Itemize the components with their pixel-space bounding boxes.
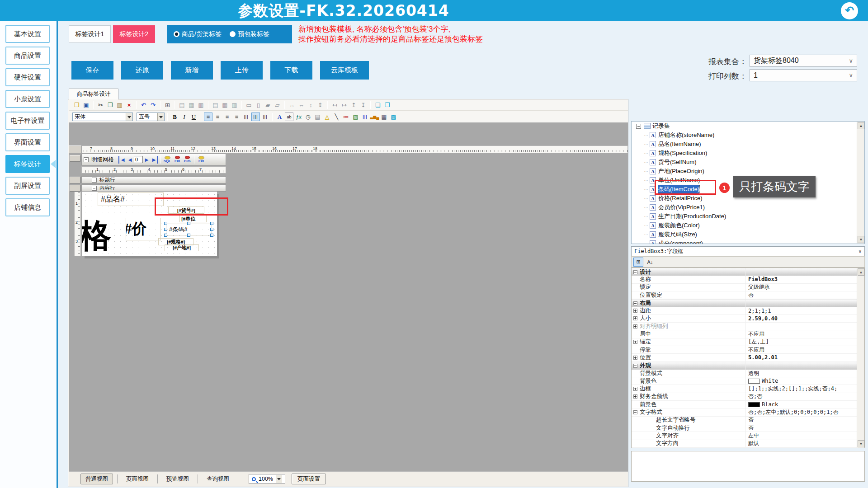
chevron-down-icon[interactable] [276,475,282,483]
selection-handle[interactable] [187,234,190,237]
align-center-icon[interactable]: ▦ [187,101,196,109]
property-row-lock[interactable]: 锁定父级继承 [632,284,864,291]
property-category-design[interactable]: 设计 [632,268,864,276]
image-icon[interactable]: ▧ [351,113,360,121]
space-horizontal-icon[interactable]: ↔ [288,101,296,109]
property-category-appearance[interactable]: 外观 [632,362,864,370]
text-align-justify-icon[interactable]: ≡ [232,113,241,121]
expand-icon[interactable] [633,324,637,328]
view-tab-page[interactable]: 页面视图 [122,474,153,484]
text-align-center-icon[interactable]: ≡ [213,113,222,121]
selection-handle[interactable] [164,234,167,237]
same-height-icon[interactable]: ▯ [254,101,263,109]
vertical-text-center-icon[interactable]: ||| [251,113,260,121]
print-cols-select[interactable]: 1 ∨ [750,69,857,81]
selection-handle[interactable] [210,234,213,237]
property-row-ellipsis[interactable]: 超长文字省略号否 [632,417,864,424]
expand-icon[interactable] [633,387,637,391]
tab-product-label-design[interactable]: 商品标签设计 [69,89,118,99]
property-scrollbar[interactable]: ▲ ▼ [857,268,864,448]
property-row-bg-mode[interactable]: 背景模式透明 [632,370,864,377]
space-vertical-inc-icon[interactable]: ⇕ [316,101,325,109]
property-row-text-align[interactable]: 文字对齐左中 [632,432,864,440]
property-row-dock[interactable]: 停靠不应用 [632,346,864,354]
field-list-icon[interactable]: Fld [172,156,182,163]
property-row-position[interactable]: 位置5.00,2.01 [632,354,864,361]
margin-right-icon[interactable]: ↦ [340,101,349,109]
scroll-up-icon[interactable]: ▲ [858,268,864,276]
underline-button[interactable]: U [189,113,198,121]
collapse-icon[interactable] [84,157,89,162]
bring-front-icon[interactable]: ❏ [373,101,382,109]
collapse-icon[interactable] [633,410,637,414]
band-side-button[interactable] [70,155,80,162]
report-set-select[interactable]: 货架标签8040 ∨ [750,55,857,67]
undo-icon[interactable]: ↶ [139,101,148,109]
collapse-icon[interactable] [633,270,637,274]
align-top-icon[interactable]: ▤ [211,101,220,109]
tab-label-design-1[interactable]: 标签设计1 [69,25,111,43]
sidebar-item-goods[interactable]: 商品设置 [5,47,50,65]
align-left-icon[interactable]: ▤ [178,101,186,109]
tab-label-design-2[interactable]: 标签设计2 [113,25,155,43]
sidebar-item-basic[interactable]: 基本设置 [5,25,50,43]
add-button[interactable]: 新增 [171,61,213,80]
sidebar-item-interface[interactable]: 界面设置 [5,133,50,151]
property-row-fg-color[interactable]: 前景色Black [632,401,864,408]
size-to-grid-icon[interactable]: ▱ [273,101,282,109]
tree-item-place-origin[interactable]: ···A产地(PlaceOrigin) [642,167,864,176]
field-origin[interactable]: [#产地#] [165,244,199,251]
download-button[interactable]: 下载 [270,61,312,80]
font-name-select[interactable]: 宋体 [72,113,133,121]
property-row-anchor[interactable]: 锚定[左,上] [632,338,864,346]
collapse-icon[interactable] [633,301,637,305]
bold-button[interactable]: B [170,113,179,121]
property-category-layout[interactable]: 布局 [632,299,864,307]
property-row-margin[interactable]: 边距2;1;1;1 [632,307,864,314]
band-side-button[interactable] [70,177,80,183]
margin-bottom-icon[interactable]: ↧ [359,101,368,109]
record-nav-input[interactable] [134,156,143,163]
font-size-select[interactable]: 五号 [137,113,165,121]
property-row-finance-line[interactable]: 财务金额线否;否 [632,393,864,401]
same-width-icon[interactable]: ▭ [245,101,253,109]
property-row-bg-color[interactable]: 背景色White [632,377,864,385]
barcode-icon[interactable]: ||| [361,113,369,121]
text-align-left-icon[interactable]: ≡ [204,113,212,121]
space-horizontal-inc-icon[interactable]: ⇔ [297,101,306,109]
save-button[interactable]: 保存 [71,61,113,80]
tree-item-production-date[interactable]: ···A生产日期(ProductionDate) [642,212,864,221]
align-right-icon[interactable]: ▥ [197,101,205,109]
collapse-icon[interactable] [92,186,97,191]
tree-scrollbar[interactable]: ▲ ▼ [857,122,864,244]
collapse-icon[interactable] [92,178,97,183]
tree-item-color[interactable]: ···A服装颜色(Color) [642,221,864,230]
line-icon[interactable]: ╲ [332,113,341,121]
field-item-name[interactable]: #品名# [98,192,164,206]
page-number-icon[interactable]: ▤ [313,113,322,121]
field-price[interactable]: #价格 [126,218,161,240]
property-row-word-wrap[interactable]: 文字自动换行否 [632,424,864,432]
sql-icon[interactable]: SQL [162,156,172,163]
radio-prepackaged-label[interactable]: 预包装标签 [230,30,269,38]
field-unit[interactable]: [#单位 [179,215,207,222]
property-row-name[interactable]: 名称FieldBox3 [632,276,864,283]
send-back-icon[interactable]: ❐ [383,101,392,109]
snap-grid-icon[interactable]: ⊞ [163,101,172,109]
expand-icon[interactable] [633,309,637,313]
scroll-down-icon[interactable]: ▼ [858,440,864,447]
property-row-border[interactable]: 边框[];1;;实线;2;[];1;;实线;否;4; [632,385,864,393]
space-vertical-icon[interactable]: ↕ [307,101,315,109]
grid-copy-icon[interactable]: ▩ [389,113,398,121]
selection-handle[interactable] [164,228,167,231]
scroll-down-icon[interactable]: ▼ [858,236,864,243]
open-icon[interactable]: ❒ [72,101,81,109]
property-object-select[interactable]: FieldBox3:字段框 ∨ [631,246,865,256]
record-next-button[interactable]: ▶ [143,156,151,164]
property-row-center[interactable]: 居中不应用 [632,330,864,338]
expand-icon[interactable] [633,394,637,399]
band-side-button[interactable] [70,185,80,192]
radio-product-shelf-label[interactable]: 商品/货架标签 [174,30,222,38]
page-setup-button[interactable]: 页面设置 [292,474,326,484]
chart-icon[interactable]: ▃▆▄ [370,113,379,121]
